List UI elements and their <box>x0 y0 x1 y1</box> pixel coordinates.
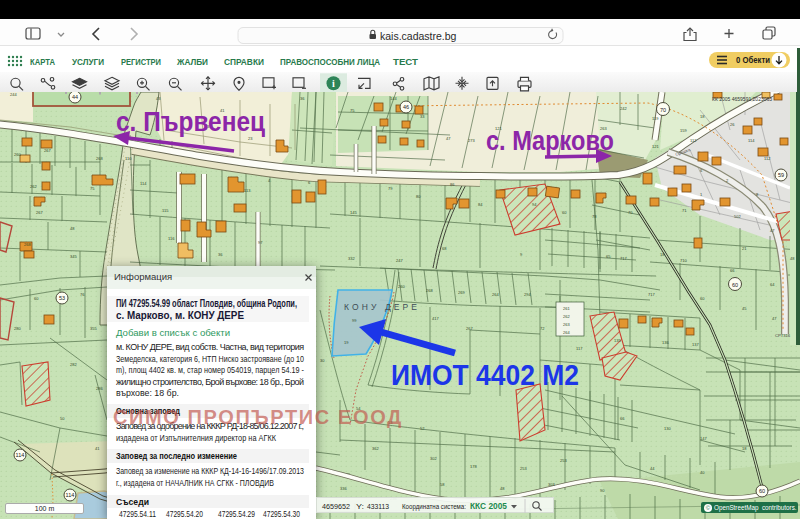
svg-text:47295.54.30: 47295.54.30 <box>263 509 300 519</box>
svg-text:355: 355 <box>90 326 97 331</box>
svg-text:с. Първенец: с. Първенец <box>116 107 265 137</box>
svg-text:70: 70 <box>660 107 666 113</box>
svg-text:70: 70 <box>628 210 633 215</box>
svg-text:80: 80 <box>416 194 421 199</box>
svg-text:ПРАВОСПОСОБНИ ЛИЦА: ПРАВОСПОСОБНИ ЛИЦА <box>280 57 380 67</box>
svg-text:268: 268 <box>24 242 31 247</box>
svg-text:97: 97 <box>258 240 263 245</box>
svg-text:19: 19 <box>344 340 349 345</box>
svg-text:60: 60 <box>700 296 705 301</box>
svg-text:46: 46 <box>403 104 409 110</box>
svg-text:47295.54.11: 47295.54.11 <box>119 509 156 519</box>
svg-text:върхове: 18 бр.: върхове: 18 бр. <box>116 388 179 398</box>
svg-text:263: 263 <box>563 322 570 327</box>
svg-text:147: 147 <box>700 436 707 441</box>
svg-text:114: 114 <box>140 181 147 186</box>
svg-text:48: 48 <box>70 226 75 231</box>
svg-text:117: 117 <box>576 346 583 351</box>
svg-text:44: 44 <box>650 466 655 471</box>
svg-text:33: 33 <box>420 114 425 119</box>
svg-text:253: 253 <box>520 466 527 471</box>
svg-text:64: 64 <box>770 282 775 287</box>
svg-text:Земеделска, категория 6, НТП Н: Земеделска, категория 6, НТП Ниско застр… <box>116 354 304 364</box>
svg-text:260: 260 <box>14 152 21 157</box>
svg-text:90: 90 <box>600 488 605 493</box>
svg-text:18: 18 <box>660 252 665 257</box>
svg-text:135: 135 <box>614 338 621 343</box>
svg-text:i: i <box>332 78 335 89</box>
svg-text:Заповед за последно изменение: Заповед за последно изменение <box>116 450 237 461</box>
svg-text:м. КОНУ ДЕРЕ, вид собств. Част: м. КОНУ ДЕРЕ, вид собств. Частна, вид те… <box>116 342 304 352</box>
svg-text:36: 36 <box>218 252 223 257</box>
svg-text:44: 44 <box>72 94 78 100</box>
svg-text:21: 21 <box>742 246 747 251</box>
svg-text:0 Обекти: 0 Обекти <box>736 55 770 65</box>
svg-text:433113: 433113 <box>367 502 389 511</box>
svg-text:с. Марково, м. КОНУ ДЕРЕ: с. Марково, м. КОНУ ДЕРЕ <box>116 310 244 321</box>
svg-text:137: 137 <box>692 342 699 347</box>
svg-text:Добави в списък с обекти: Добави в списък с обекти <box>116 327 230 338</box>
svg-text:119: 119 <box>652 116 659 121</box>
svg-text:280: 280 <box>14 326 21 331</box>
svg-text:84: 84 <box>478 202 483 207</box>
svg-text:71: 71 <box>682 208 687 213</box>
svg-text:144: 144 <box>390 96 397 101</box>
svg-text:86: 86 <box>450 182 455 187</box>
svg-text:110: 110 <box>125 156 132 161</box>
svg-text:115: 115 <box>162 208 169 213</box>
svg-text:286: 286 <box>96 386 103 391</box>
svg-text:СПРАВКИ: СПРАВКИ <box>224 57 264 67</box>
svg-text:36: 36 <box>300 96 305 101</box>
svg-text:18: 18 <box>700 114 705 119</box>
svg-text:145: 145 <box>350 210 357 215</box>
svg-text:262: 262 <box>30 184 37 189</box>
svg-text:УСЛУГИ: УСЛУГИ <box>72 57 104 67</box>
svg-text:362: 362 <box>372 446 379 451</box>
svg-text:КАРТА: КАРТА <box>30 57 55 67</box>
svg-text:ККС 2005: ККС 2005 <box>470 501 507 511</box>
svg-text:СРТ316: СРТ316 <box>775 333 791 338</box>
svg-text:264: 264 <box>492 292 499 297</box>
svg-text:114: 114 <box>16 452 25 458</box>
svg-text:121: 121 <box>652 144 659 149</box>
svg-text:717: 717 <box>620 256 627 261</box>
svg-text:50: 50 <box>60 416 65 421</box>
svg-text:ТЕСТ: ТЕСТ <box>393 57 419 67</box>
svg-text:267: 267 <box>36 210 43 215</box>
svg-text:48: 48 <box>500 486 505 491</box>
svg-text:268: 268 <box>96 156 103 161</box>
svg-text:417: 417 <box>432 316 439 321</box>
svg-text:282: 282 <box>70 362 77 367</box>
svg-text:247: 247 <box>396 258 403 263</box>
svg-text:76: 76 <box>80 292 85 297</box>
svg-text:94: 94 <box>532 202 537 207</box>
svg-text:244: 244 <box>10 92 17 97</box>
svg-text:261: 261 <box>563 306 570 311</box>
svg-text:kais.cadastre.bg: kais.cadastre.bg <box>380 30 457 42</box>
svg-text:260: 260 <box>398 284 405 289</box>
svg-text:332: 332 <box>348 256 355 261</box>
svg-text:68: 68 <box>442 246 447 251</box>
svg-text:242: 242 <box>620 106 627 111</box>
svg-text:ПИ 47295.54.99 област Пловдив,: ПИ 47295.54.99 област Пловдив, община Ро… <box>116 298 297 309</box>
svg-text:с. Марково: с. Марково <box>486 126 614 156</box>
svg-text:30: 30 <box>320 358 325 363</box>
svg-text:жилищно строителство, Брой вър: жилищно строителство, Брой върхове: 18 б… <box>116 377 304 387</box>
svg-text:60: 60 <box>34 296 39 301</box>
svg-text:294: 294 <box>524 292 531 297</box>
svg-text:99: 99 <box>352 318 357 323</box>
svg-text:66: 66 <box>620 416 625 421</box>
svg-text:18: 18 <box>742 446 747 451</box>
svg-text:г., издадена от НАЧАЛНИК НА СГ: г., издадена от НАЧАЛНИК НА СГКК - ПЛОВД… <box>116 478 274 488</box>
svg-text:159: 159 <box>680 128 687 133</box>
svg-text:75: 75 <box>350 108 355 113</box>
svg-text:47295.54.20: 47295.54.20 <box>166 509 203 519</box>
svg-text:Y:: Y: <box>356 502 364 511</box>
svg-text:717: 717 <box>648 292 655 297</box>
svg-text:издадена от Изпълнителния дире: издадена от Изпълнителния директор на АГ… <box>116 433 277 443</box>
svg-text:47295.54.29: 47295.54.29 <box>218 509 255 519</box>
svg-text:КОНУ ДЕРЕ: КОНУ ДЕРЕ <box>344 302 420 312</box>
svg-text:178: 178 <box>470 464 477 469</box>
svg-text:273: 273 <box>468 138 475 143</box>
svg-text:59: 59 <box>778 172 784 178</box>
